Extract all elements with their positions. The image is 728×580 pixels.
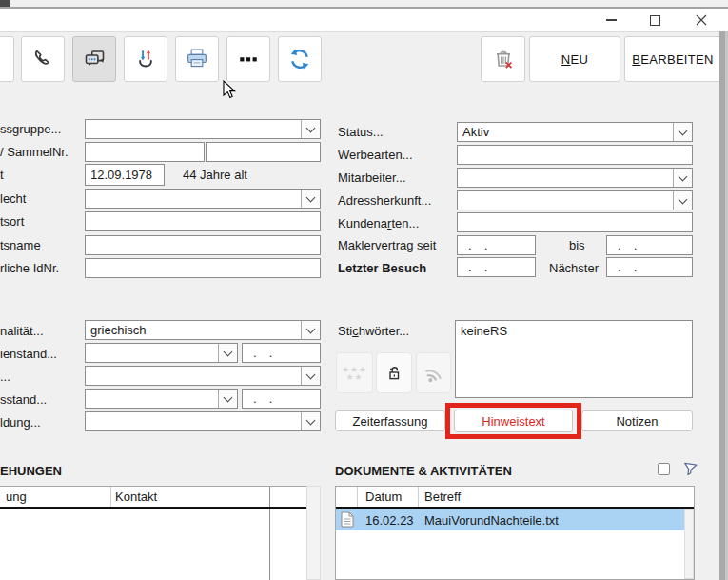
nationalitaet-dropdown[interactable]: griechisch <box>85 320 321 340</box>
maximize-button[interactable] <box>643 10 666 30</box>
geburtsname-input[interactable] <box>85 235 321 255</box>
chevron-down-icon[interactable] <box>301 367 320 385</box>
beziehungen-col-ung[interactable]: ung <box>6 490 27 504</box>
werbearten-input[interactable] <box>457 145 693 165</box>
filter-icon[interactable] <box>681 461 699 478</box>
zeiterfassung-label: Zeiterfassung <box>353 414 428 429</box>
dokumente-scrollbar[interactable] <box>684 509 694 579</box>
unlock-icon <box>383 362 405 385</box>
stichwoerter-textarea[interactable]: keineRS <box>455 320 693 398</box>
titlebar-bottom-border <box>0 31 728 32</box>
column-separator <box>418 487 419 507</box>
geburtsname-label: tsname <box>0 238 41 252</box>
row3-dropdown[interactable] <box>85 366 321 386</box>
nationalitaet-label: nalität... <box>0 324 44 338</box>
neu-button[interactable]: NEU <box>529 36 620 82</box>
letzter-besuch-input[interactable]: . . <box>457 257 536 277</box>
empty-date-value: . . <box>458 236 535 252</box>
maklervertrag-label: Maklervertrag seit <box>338 238 436 252</box>
empty-date-value: . . <box>607 258 692 274</box>
column-separator <box>357 487 358 507</box>
import-export-icon <box>132 46 159 72</box>
werbearten-label: Werbearten... <box>338 148 413 162</box>
chevron-down-icon[interactable] <box>673 169 692 187</box>
zeiterfassung-button[interactable]: Zeiterfassung <box>335 410 445 431</box>
unlock-button[interactable] <box>376 352 412 393</box>
beziehungen-scrollbar[interactable] <box>306 486 321 580</box>
more-button[interactable] <box>226 36 270 82</box>
chevron-down-icon[interactable] <box>673 123 692 141</box>
maklervertrag-von-input[interactable]: . . <box>457 235 536 255</box>
rss-button[interactable] <box>416 352 451 393</box>
dokumente-checkbox[interactable] <box>658 463 670 475</box>
mouse-cursor <box>223 80 237 100</box>
column-separator <box>110 487 111 507</box>
minimize-button[interactable] <box>600 10 622 30</box>
row3-label: ... <box>0 370 10 384</box>
familienstand-dropdown[interactable] <box>85 343 238 363</box>
dokumente-title: DOKUMENTE & AKTIVITÄTEN <box>335 464 512 478</box>
chevron-down-icon[interactable] <box>301 412 320 430</box>
adressherkunft-dropdown[interactable] <box>457 190 693 210</box>
familienstand-date-input[interactable]: . . <box>242 343 321 363</box>
beziehungen-col-kontakt[interactable]: Kontakt <box>115 490 157 504</box>
idnr-input[interactable] <box>85 258 321 278</box>
maximize-icon <box>650 15 660 26</box>
chevron-down-icon[interactable] <box>218 390 237 408</box>
hinweistext-label: Hinweistext <box>482 414 544 429</box>
phone-button[interactable] <box>21 36 65 82</box>
status-label: Status... <box>338 125 384 139</box>
nationalitaet-value: griechisch <box>86 321 320 337</box>
geschlecht-dropdown[interactable] <box>85 189 321 209</box>
berufsstand-date-input[interactable]: . . <box>242 389 321 409</box>
ausbildung-label: ldung... <box>0 415 41 430</box>
refresh-button[interactable] <box>278 36 322 82</box>
hinweistext-button[interactable]: Hinweistext <box>454 410 573 432</box>
kundennr-input[interactable] <box>85 142 205 162</box>
rss-icon <box>422 361 446 386</box>
berufsstand-dropdown[interactable] <box>85 389 238 409</box>
adressgruppe-label: ssgruppe... <box>0 122 61 136</box>
mitarbeiter-dropdown[interactable] <box>457 168 693 188</box>
naechster-label: Nächster <box>549 261 599 275</box>
chevron-down-icon[interactable] <box>673 191 692 210</box>
bis-label: bis <box>569 238 585 252</box>
chat-button[interactable] <box>72 36 116 82</box>
maklervertrag-bis-input[interactable]: . . <box>606 235 693 255</box>
close-button[interactable] <box>689 10 714 30</box>
geburtsdatum-input[interactable]: 12.09.1978 <box>85 164 165 186</box>
column-separator <box>269 487 270 580</box>
adressgruppe-dropdown[interactable] <box>85 119 321 139</box>
corner-artifact <box>0 0 10 7</box>
chevron-down-icon[interactable] <box>301 321 320 339</box>
dokumente-col-betreff[interactable]: Betreff <box>424 490 461 504</box>
familienstand-label: ienstand... <box>0 347 57 361</box>
close-icon <box>696 14 707 26</box>
print-button[interactable] <box>175 36 219 82</box>
status-dropdown[interactable]: Aktiv <box>457 122 693 142</box>
row-betreff[interactable]: MauiVorundNachteile.txt <box>424 513 559 528</box>
notizen-label: Notizen <box>616 414 658 429</box>
sammelnr-label: / SammelNr. <box>0 145 69 159</box>
sammelnr-input[interactable] <box>206 142 321 162</box>
row-datum[interactable]: 16.02.23 <box>365 513 414 528</box>
geburtsort-input[interactable] <box>85 211 321 231</box>
kundenarten-input[interactable] <box>457 212 693 232</box>
toolbar-partial-button[interactable] <box>0 36 14 82</box>
delete-icon <box>490 46 517 72</box>
delete-button[interactable] <box>481 36 525 82</box>
chevron-down-icon[interactable] <box>218 344 237 362</box>
import-export-button[interactable] <box>124 36 167 82</box>
chevron-down-icon[interactable] <box>301 190 320 208</box>
bearbeiten-button[interactable]: BEARBEITEN <box>624 36 721 82</box>
stars-icon: ★★★★★ <box>342 366 367 381</box>
ausbildung-dropdown[interactable] <box>85 411 321 431</box>
geburtsort-label: tsort <box>0 214 24 229</box>
minimize-icon <box>606 19 617 21</box>
rating-button[interactable]: ★★★★★ <box>336 352 373 393</box>
naechster-besuch-input[interactable]: . . <box>606 257 693 277</box>
chevron-down-icon[interactable] <box>301 120 320 138</box>
notizen-button[interactable]: Notizen <box>581 410 693 431</box>
geburtsdatum-value: 12.09.1978 <box>86 165 164 182</box>
dokumente-col-datum[interactable]: Datum <box>365 490 402 504</box>
